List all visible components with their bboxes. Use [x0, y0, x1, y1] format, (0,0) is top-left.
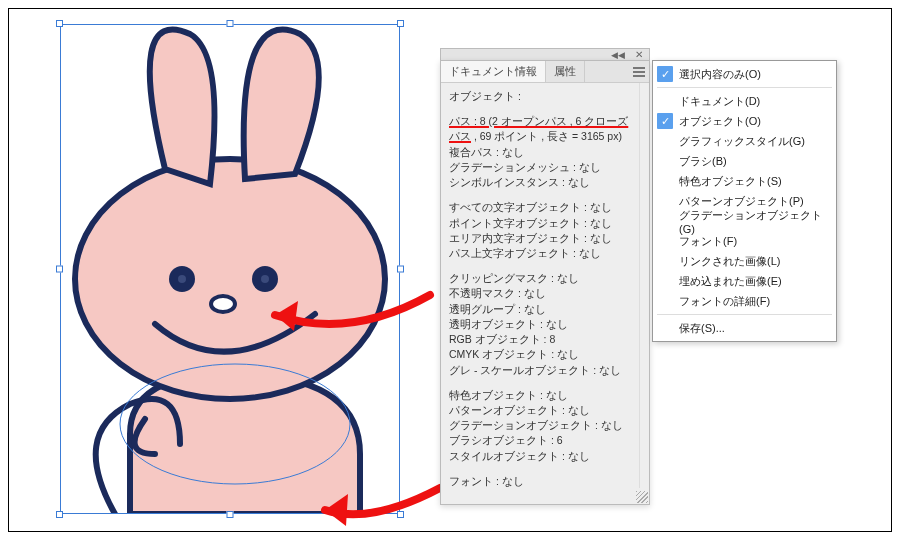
info-path-line1: パス : 8 (2 オープンパス , 6 クローズ — [449, 114, 631, 129]
handle-bl[interactable] — [56, 511, 63, 518]
panel-titlebar[interactable]: ◀◀ ✕ — [440, 48, 650, 60]
document-info-panel: ドキュメント情報 属性 オブジェクト : パス : 8 (2 オープンパス , … — [440, 60, 650, 505]
info-pattern-object: パターンオブジェクト : なし — [449, 403, 631, 418]
menu-separator — [657, 87, 832, 88]
menu-font-detail[interactable]: フォントの詳細(F) — [653, 291, 836, 311]
info-style-object: スタイルオブジェクト : なし — [449, 449, 631, 464]
handle-ml[interactable] — [56, 266, 63, 273]
panel-body: オブジェクト : パス : 8 (2 オープンパス , 6 クローズ パス , … — [441, 83, 639, 488]
info-grad-object: グラデーションオブジェクト : なし — [449, 418, 631, 433]
info-trans-object: 透明オブジェクト : なし — [449, 317, 631, 332]
info-brush-object: ブラシオブジェクト : 6 — [449, 433, 631, 448]
info-font: フォント : なし — [449, 474, 631, 488]
panel-scrollbar[interactable] — [639, 83, 649, 488]
flyout-menu: ✓選択内容のみ(O) ドキュメント(D) ✓オブジェクト(O) グラフィックスタ… — [652, 60, 837, 342]
info-spot-object: 特色オブジェクト : なし — [449, 388, 631, 403]
hamburger-icon — [633, 71, 645, 73]
info-gray-object: グレ - スケールオブジェクト : なし — [449, 363, 631, 378]
panel-collapse-icon[interactable]: ◀◀ — [611, 50, 625, 60]
info-cmyk-object: CMYK オブジェクト : なし — [449, 347, 631, 362]
menu-font[interactable]: フォント(F) — [653, 231, 836, 251]
info-trans-group: 透明グループ : なし — [449, 302, 631, 317]
info-clip-mask: クリッピングマスク : なし — [449, 271, 631, 286]
info-compound-path: 複合パス : なし — [449, 145, 631, 160]
menu-embedded-image[interactable]: 埋め込まれた画像(E) — [653, 271, 836, 291]
handle-tm[interactable] — [227, 20, 234, 27]
menu-gradation-object[interactable]: グラデーションオブジェクト(G) — [653, 211, 836, 231]
panel-close-icon[interactable]: ✕ — [635, 49, 643, 60]
menu-document[interactable]: ドキュメント(D) — [653, 91, 836, 111]
annotation-arrow-1 — [260, 285, 440, 355]
panel-resize-grip[interactable] — [636, 491, 648, 503]
menu-save[interactable]: 保存(S)... — [653, 318, 836, 338]
check-icon: ✓ — [657, 113, 673, 129]
info-heading: オブジェクト : — [449, 89, 631, 104]
info-opacity-mask: 不透明マスク : なし — [449, 286, 631, 301]
menu-brush[interactable]: ブラシ(B) — [653, 151, 836, 171]
tab-attributes[interactable]: 属性 — [546, 61, 585, 82]
info-path-text: パス上文字オブジェクト : なし — [449, 246, 631, 261]
selection-bbox[interactable] — [60, 24, 400, 514]
check-icon: ✓ — [657, 66, 673, 82]
tab-document-info[interactable]: ドキュメント情報 — [441, 61, 546, 82]
menu-object[interactable]: ✓オブジェクト(O) — [653, 111, 836, 131]
menu-selection-only[interactable]: ✓選択内容のみ(O) — [653, 64, 836, 84]
info-grad-mesh: グラデーションメッシュ : なし — [449, 160, 631, 175]
panel-tabs: ドキュメント情報 属性 — [441, 61, 649, 83]
info-all-text: すべての文字オブジェクト : なし — [449, 200, 631, 215]
menu-graphic-style[interactable]: グラフィックスタイル(G) — [653, 131, 836, 151]
info-area-text: エリア内文字オブジェクト : なし — [449, 231, 631, 246]
info-point-text: ポイント文字オブジェクト : なし — [449, 216, 631, 231]
menu-spot-object[interactable]: 特色オブジェクト(S) — [653, 171, 836, 191]
info-path-line2: パス , 69 ポイント , 長さ = 3165 px) — [449, 129, 631, 144]
menu-linked-image[interactable]: リンクされた画像(L) — [653, 251, 836, 271]
annotation-arrow-2 — [310, 480, 450, 535]
handle-bm[interactable] — [227, 511, 234, 518]
info-symbol-instance: シンボルインスタンス : なし — [449, 175, 631, 190]
menu-separator — [657, 314, 832, 315]
panel-flyout-button[interactable] — [629, 61, 649, 82]
handle-tr[interactable] — [397, 20, 404, 27]
handle-tl[interactable] — [56, 20, 63, 27]
info-rgb-object: RGB オブジェクト : 8 — [449, 332, 631, 347]
handle-mr[interactable] — [397, 266, 404, 273]
